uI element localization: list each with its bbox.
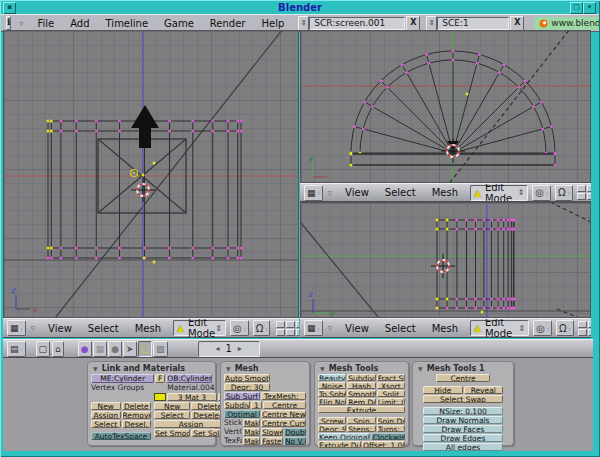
render-subdiv-field[interactable]: 1: [251, 401, 262, 409]
scene-browse-icon[interactable]: ⇕: [426, 16, 437, 31]
extrude-button[interactable]: Extrude: [318, 406, 405, 413]
viewport-top[interactable]: y: [300, 30, 591, 183]
vgroup-deselect-button[interactable]: Desel.: [122, 420, 152, 428]
material-color-swatch[interactable]: [154, 393, 166, 401]
split-button[interactable]: Split: [377, 390, 405, 397]
spin-dup-button[interactable]: Spin Dup: [377, 417, 405, 424]
turns-field[interactable]: Turns: 1: [377, 425, 405, 432]
to-sphere-button[interactable]: To Sphere: [318, 390, 346, 397]
extrude-dup-button[interactable]: Extrude Dup: [318, 441, 361, 448]
reveal-button[interactable]: Reveal: [464, 386, 504, 394]
pivot-button[interactable]: Ω:: [556, 320, 574, 336]
viewport-type-icon[interactable]: ▦:: [7, 320, 26, 336]
view-menu[interactable]: View: [337, 323, 377, 334]
select-menu[interactable]: Select: [377, 187, 424, 198]
shading-context-button[interactable]: ●: [108, 341, 122, 357]
pivot-button[interactable]: Ω:: [253, 320, 271, 336]
texface-make-button[interactable]: Make: [243, 437, 260, 445]
material-assign-button[interactable]: Assign: [154, 420, 228, 428]
shade-button[interactable]: ▾: [583, 2, 596, 14]
material-index-field[interactable]: 3 Mat 3: [167, 393, 217, 401]
rem-doubles-button[interactable]: Rem Doub: [347, 398, 375, 405]
mesh-menu[interactable]: Mesh: [127, 323, 169, 334]
header-collapse-icon[interactable]: ▿: [31, 323, 36, 333]
degr-field[interactable]: Degr: 30: [224, 383, 270, 391]
menu-render[interactable]: Render: [202, 18, 254, 29]
subdiv-field[interactable]: Subdiv: 1: [224, 401, 250, 409]
select-menu[interactable]: Select: [80, 323, 127, 334]
select-menu[interactable]: Select: [377, 323, 424, 334]
menu-help[interactable]: Help: [253, 18, 292, 29]
cylinder-mesh[interactable]: [436, 219, 516, 310]
centre-new-button[interactable]: Centre New: [261, 410, 306, 418]
texmesh-field[interactable]: TexMesh:: [261, 392, 306, 400]
vgroup-new-button[interactable]: New: [91, 402, 121, 410]
fake-user-button[interactable]: F: [155, 374, 165, 383]
optimal-toggle[interactable]: Optimal: [224, 410, 260, 418]
window-type-icon[interactable]: i: [6, 16, 11, 30]
mode-dropdown[interactable]: ▲ Edit Mode ⇕: [470, 185, 528, 201]
limit-field[interactable]: Limit: 0.001: [377, 398, 405, 405]
object-context-button[interactable]: ➤: [123, 341, 137, 357]
panel-header[interactable]: ▼ Link and Materials: [88, 362, 215, 373]
layer-buttons[interactable]: [276, 321, 299, 336]
centre-cursor-button[interactable]: Centre Cursor: [261, 419, 306, 427]
spin-button[interactable]: Spin: [347, 417, 375, 424]
title-bar[interactable]: Blender ▪ ▢ ▾: [1, 1, 599, 14]
buttons-window-type-icon[interactable]: ▤:: [7, 341, 26, 357]
degr-field[interactable]: Degr: 90: [318, 425, 346, 432]
viewport-side[interactable]: zy: [300, 202, 591, 318]
draw-faces-toggle[interactable]: Draw Faces: [423, 425, 503, 433]
mode-dropdown[interactable]: ▲ Edit Mode ⇕: [470, 320, 529, 336]
mode-dropdown[interactable]: ▲ Edit Mode ⇕: [173, 320, 226, 336]
panel-header[interactable]: ▼ Mesh Tools 1: [413, 362, 513, 373]
scene-name-field[interactable]: SCE:1: [437, 17, 509, 30]
viewport-type-icon[interactable]: ▦:: [304, 320, 323, 336]
layer-buttons[interactable]: [577, 185, 591, 200]
hash-button[interactable]: Hash: [347, 382, 375, 389]
vgroup-assign-button[interactable]: Assign: [91, 411, 121, 419]
subdivide-button[interactable]: Subdivide: [347, 374, 375, 381]
all-edges-toggle[interactable]: All edges: [423, 443, 503, 451]
script-context-button[interactable]: ▦: [93, 341, 108, 357]
frame-prev-icon[interactable]: ◂: [215, 344, 219, 353]
faster-draw-button[interactable]: FasterDraw: [261, 437, 283, 445]
collapse-menu-icon[interactable]: ▿: [19, 19, 23, 28]
vertcol-make-button[interactable]: Make: [243, 428, 260, 436]
slower-draw-button[interactable]: SlowerDraw: [261, 428, 283, 436]
menu-add[interactable]: Add: [62, 18, 97, 29]
auto-smooth-toggle[interactable]: Auto Smooth: [224, 374, 270, 382]
header-collapse-icon[interactable]: ▿: [328, 323, 333, 333]
object-name-field[interactable]: OB:Cylinder: [166, 374, 212, 383]
window-menu-button[interactable]: ▪: [3, 2, 16, 14]
viewport-type-icon[interactable]: ▦:: [304, 185, 323, 201]
screw-button[interactable]: Screw: [318, 417, 346, 424]
screen-name-field[interactable]: SCR:screen.001: [309, 17, 405, 30]
scene-context-button[interactable]: ▨: [153, 341, 168, 357]
beauty-toggle[interactable]: Beauty: [318, 374, 346, 381]
screen-delete-button[interactable]: X: [406, 16, 420, 31]
view-menu[interactable]: View: [40, 323, 80, 334]
logic-context-button[interactable]: ●: [78, 341, 92, 357]
vgroup-remove-button[interactable]: Remove: [122, 411, 152, 419]
frame-next-icon[interactable]: ▸: [238, 344, 242, 353]
centre-button[interactable]: Centre: [263, 401, 306, 409]
hide-button[interactable]: Hide: [423, 386, 463, 394]
noise-button[interactable]: Noise: [318, 382, 346, 389]
view-all-button[interactable]: ▢: [36, 341, 51, 357]
mesh-menu[interactable]: Mesh: [424, 187, 466, 198]
maximize-button[interactable]: ▢: [570, 2, 583, 14]
flip-normals-button[interactable]: Flip Norm: [318, 398, 346, 405]
viewport-front[interactable]: zx: [3, 30, 299, 318]
nsize-field[interactable]: NSize: 0.100: [423, 407, 503, 415]
clockwise-toggle[interactable]: Clockwise: [371, 433, 405, 440]
screen-browse-icon[interactable]: ⇕: [298, 16, 309, 31]
drawtype-button[interactable]: ◎:: [532, 185, 551, 201]
draw-edges-toggle[interactable]: Draw Edges: [423, 434, 503, 442]
home-button[interactable]: ⌂: [52, 341, 64, 357]
vgroup-delete-button[interactable]: Delete: [122, 402, 152, 410]
subsurf-toggle[interactable]: Sub Surf: [224, 392, 260, 400]
menu-file[interactable]: File: [29, 18, 62, 29]
drawtype-button[interactable]: ◎:: [533, 320, 552, 336]
frame-stepper[interactable]: ◂ 1 ▸: [198, 341, 260, 357]
